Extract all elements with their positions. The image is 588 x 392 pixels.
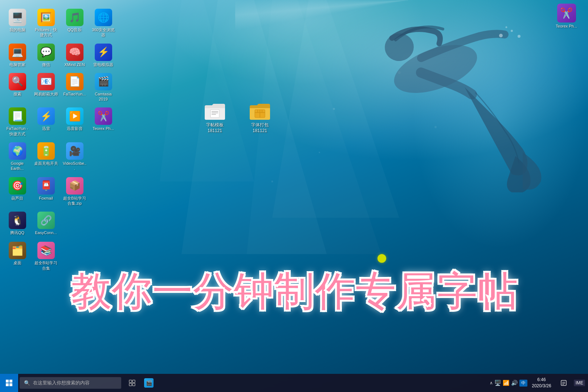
action-center-icon xyxy=(561,380,567,386)
qq-icon-img: 🐧 xyxy=(9,212,26,229)
svg-point-13 xyxy=(518,35,520,38)
xmind-label: XMind ZEN xyxy=(64,62,85,67)
360-icon-img: 🌐 xyxy=(95,9,112,26)
icon-easyconn[interactable]: 🔗 EasyConn... xyxy=(32,210,60,237)
svg-rect-20 xyxy=(6,380,9,383)
svg-point-4 xyxy=(333,108,335,110)
folder-ziti-moban-label: 字帖模板181121 xyxy=(206,122,224,133)
tray-language-icon[interactable]: 中 xyxy=(519,380,527,387)
camtasia-icon-img: 🎬 xyxy=(95,73,112,90)
taskbar-ime-indicator[interactable]: IME xyxy=(574,380,585,386)
main-title: 教你一分钟制作专属字帖 xyxy=(70,265,518,319)
svg-marker-3 xyxy=(160,0,254,181)
icon-wechat[interactable]: 💬 微信 xyxy=(32,42,60,69)
icon-video[interactable]: 🎥 VideoScribe... xyxy=(61,141,88,173)
icon-jisuanji[interactable]: 💻 电脑管家 xyxy=(4,42,31,69)
taskbar-camtasia-button[interactable]: 🎬 xyxy=(141,375,157,391)
my-computer-icon-img: 🖥️ xyxy=(9,9,26,26)
taskbar-search-box[interactable]: 🔍 在这里输入你想搜索的内容 xyxy=(20,377,121,389)
icon-mail[interactable]: 📧 网易邮箱大师 xyxy=(32,72,60,103)
icon-xmind[interactable]: 🧠 XMind ZEN xyxy=(61,42,88,69)
google-icon-img: 🌍 xyxy=(9,142,26,160)
tray-volume-icon[interactable]: 🔊 xyxy=(511,380,518,386)
qq-music-label: QQ音乐 xyxy=(68,27,82,32)
qq-label: 腾讯QQ xyxy=(10,230,24,235)
thunder-emu-label: 雷电模拟器 xyxy=(93,62,113,67)
icon-xunlei[interactable]: ⚡ 迅雷 xyxy=(32,106,60,138)
taskbar-right-area: ∧ 🖥️ 📶 🔊 中 6:46 2020/3/26 IME xyxy=(490,374,588,392)
icon-qq[interactable]: 🐧 腾讯QQ xyxy=(4,210,31,237)
tray-network-icon[interactable]: 🖥️ xyxy=(494,380,501,386)
tray-arrow-icon[interactable]: ∧ xyxy=(490,380,493,385)
icon-google[interactable]: 🌍 Google Earth... xyxy=(4,141,31,173)
svg-rect-22 xyxy=(6,383,9,386)
icon-thunder-emu[interactable]: ⚡ 雷电模拟器 xyxy=(90,42,117,69)
taskbar-taskview-button[interactable] xyxy=(124,375,140,391)
teorex2-label: Teorex Ph... xyxy=(93,126,114,131)
icon-qq-music[interactable]: 🎵 QQ音乐 xyxy=(61,7,88,39)
icon-search[interactable]: 🔍 搜索 xyxy=(4,72,31,103)
svg-point-12 xyxy=(511,30,513,32)
hulu-label: 葫芦目 xyxy=(11,196,23,201)
fatiao2-icon-img: 📃 xyxy=(9,107,26,125)
system-tray: ∧ 🖥️ 📶 🔊 中 xyxy=(490,380,527,387)
foxmail-icon-img: 📮 xyxy=(37,177,55,195)
bilibili2-icon-img: 📚 xyxy=(37,242,55,259)
icon-foxmail[interactable]: 📮 Foxmail xyxy=(32,176,60,208)
fatiao-label: FaTiaoYun... xyxy=(64,91,86,97)
dianzhan-label: 桌面充电开关 xyxy=(34,161,58,166)
mail-icon-img: 📧 xyxy=(37,73,55,90)
clock-date: 2020/3/26 xyxy=(532,383,551,389)
icon-teorex2[interactable]: ✂️ Teorex Ph... xyxy=(90,106,117,138)
taskbar-clock[interactable]: 6:46 2020/3/26 xyxy=(530,377,553,389)
icon-teorex-top-right[interactable]: ✂️ Teorex Ph... xyxy=(556,4,577,29)
folder-ziti-taocan[interactable]: 字体打包181121 xyxy=(248,102,271,133)
icon-xunlei-ying[interactable]: ▶️ 迅雷影音 xyxy=(61,106,88,138)
icon-pictures[interactable]: 🖼️ Pictures - 快捷方式 xyxy=(32,7,60,39)
svg-rect-21 xyxy=(9,380,12,383)
icon-camtasia[interactable]: 🎬 Camtasia 2019 xyxy=(90,72,117,103)
easyconn-icon-img: 🔗 xyxy=(37,212,55,229)
icon-my-computer[interactable]: 🖥️ 我的电脑 xyxy=(4,7,31,39)
teorex-top-right-icon-img: ✂️ xyxy=(557,4,576,23)
icon-dianzhan[interactable]: 🔋 桌面充电开关 xyxy=(32,141,60,173)
svg-rect-24 xyxy=(129,380,132,383)
icon-fatiao[interactable]: 📄 FaTiaoYun... xyxy=(61,72,88,103)
bilibili-label: 超全B站学习合集.zip xyxy=(62,196,87,206)
jisuanji-label: 电脑管家 xyxy=(9,62,25,67)
video-icon-img: 🎥 xyxy=(66,142,83,160)
svg-rect-26 xyxy=(129,383,132,386)
svg-rect-23 xyxy=(9,383,12,386)
icon-bilibili[interactable]: 📦 超全B站学习合集.zip xyxy=(61,176,88,208)
icon-360[interactable]: 🌐 360安全浏览器 xyxy=(90,7,117,39)
taskbar-quick-launch: 🎬 xyxy=(124,375,157,391)
hulu-icon-img: 🎯 xyxy=(9,177,26,195)
desktop-icon-img: 🗂️ xyxy=(9,242,26,259)
360-label: 360安全浏览器 xyxy=(91,27,115,38)
desktop-icons-area: 🖥️ 我的电脑 🖼️ Pictures - 快捷方式 🎵 QQ音乐 🌐 360安… xyxy=(0,4,113,276)
qq-music-icon-img: 🎵 xyxy=(66,9,83,26)
taskview-icon xyxy=(129,380,135,386)
xunlei-ying-label: 迅雷影音 xyxy=(67,126,83,131)
folder-ziti-moban-icon xyxy=(203,102,226,121)
taskbar-search-text: 在这里输入你想搜索的内容 xyxy=(33,380,90,386)
teorex-top-right-label: Teorex Ph... xyxy=(556,24,577,29)
wechat-icon-img: 💬 xyxy=(37,44,55,61)
svg-rect-27 xyxy=(132,383,135,386)
action-center-button[interactable] xyxy=(556,375,572,391)
ime-label: IME xyxy=(574,380,585,386)
tray-wifi-icon[interactable]: 📶 xyxy=(503,380,510,386)
xunlei-label: 迅雷 xyxy=(42,126,50,131)
swimmer-silhouette xyxy=(327,11,544,192)
start-button[interactable] xyxy=(0,374,18,392)
svg-point-9 xyxy=(388,35,483,102)
icon-hulu[interactable]: 🎯 葫芦目 xyxy=(4,176,31,208)
folder-ziti-moban[interactable]: 字帖模板181121 xyxy=(203,102,226,133)
windows-logo-icon xyxy=(5,379,13,387)
xmind-icon-img: 🧠 xyxy=(66,44,83,61)
icon-fatiao2[interactable]: 📃 FaTiaoYun - 快捷方式 xyxy=(4,106,31,138)
foxmail-label: Foxmail xyxy=(39,196,53,201)
svg-point-8 xyxy=(434,126,437,128)
svg-rect-15 xyxy=(211,110,219,118)
title-overlay: 教你一分钟制作专属字帖 xyxy=(0,265,588,319)
